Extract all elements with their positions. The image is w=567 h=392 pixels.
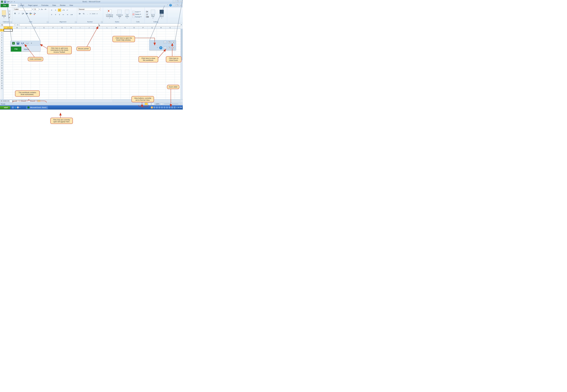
align-center-icon[interactable]: ≡	[54, 13, 57, 16]
row-header[interactable]: 13	[0, 59, 3, 62]
row-header[interactable]: 19	[0, 74, 3, 77]
taskbar-item-excel[interactable]: Microsoft Excel - Book1	[26, 106, 48, 109]
orientation-icon[interactable]: ⤢▾	[62, 9, 65, 12]
redo-icon[interactable]: ▾	[10, 0, 12, 3]
customize-qat-icon[interactable]: ▾	[13, 0, 15, 3]
middle-align-icon[interactable]: ≡	[54, 9, 57, 12]
format-cells-button[interactable]: Format▾	[132, 16, 141, 18]
tab-page-layout[interactable]: Page Layout	[26, 3, 39, 7]
quick-launch-icon[interactable]	[14, 106, 16, 108]
sheet-nav-next[interactable]: ▶	[5, 100, 7, 102]
column-header[interactable]: I	[76, 27, 85, 29]
column-header[interactable]: H	[67, 27, 76, 29]
select-all-corner[interactable]	[0, 27, 4, 29]
bottom-align-icon[interactable]: ≡	[58, 9, 61, 12]
italic-button[interactable]: I	[17, 12, 20, 15]
decrease-indent-icon[interactable]: ⇤	[62, 13, 65, 16]
tray-icon[interactable]	[164, 106, 165, 108]
quick-launch-chevron-icon[interactable]: »	[19, 106, 20, 108]
row-header[interactable]: 15	[0, 64, 3, 67]
tray-icon[interactable]	[153, 106, 155, 108]
row-header[interactable]: 21	[0, 80, 3, 82]
decrease-decimal-icon[interactable]: .00→.0	[94, 12, 97, 15]
undo-icon[interactable]: ▾	[7, 0, 9, 3]
fx-icon[interactable]: fx	[16, 24, 19, 26]
borders-button[interactable]: ▦▾	[25, 12, 29, 15]
column-header[interactable]: E	[40, 27, 49, 29]
font-dialog-launcher[interactable]: ↘	[47, 21, 48, 23]
tray-icon[interactable]	[158, 106, 160, 108]
column-header[interactable]: P	[139, 27, 148, 29]
workbook-close-button[interactable]: ✕	[179, 4, 182, 6]
start-button[interactable]: start	[0, 106, 10, 109]
column-header[interactable]: O	[130, 27, 139, 29]
row-header[interactable]: 23	[0, 84, 3, 87]
tray-icon[interactable]	[169, 106, 171, 108]
comma-button[interactable]: ,	[86, 12, 89, 15]
format-as-table-button[interactable]: Format as Table▾	[116, 9, 123, 19]
increase-decimal-icon[interactable]: .0→.00	[90, 12, 93, 15]
zoom-slider[interactable]	[164, 104, 178, 104]
row-header[interactable]: 9	[0, 49, 3, 52]
row-header[interactable]: 2	[0, 31, 3, 34]
fill-color-button[interactable]: ◧▾	[29, 12, 32, 15]
expand-formula-bar-icon[interactable]: ▾	[180, 24, 183, 26]
column-header[interactable]: J	[85, 27, 94, 29]
minimize-button[interactable]: —	[173, 0, 176, 2]
font-name-input[interactable]	[14, 8, 32, 11]
workbook-restore-button[interactable]: ❐	[176, 4, 179, 6]
row-header[interactable]: 16	[0, 67, 3, 69]
row-header[interactable]: 7	[0, 44, 3, 47]
vertical-scrollbar[interactable]	[180, 29, 183, 99]
font-color-button[interactable]: A▾	[33, 12, 36, 15]
column-header[interactable]: N	[121, 27, 130, 29]
align-right-icon[interactable]: ≡	[58, 13, 61, 16]
row-header[interactable]: 14	[0, 62, 3, 64]
top-align-icon[interactable]: ≡	[50, 9, 53, 12]
tab-data[interactable]: Data	[50, 3, 58, 7]
zoom-slider-thumb[interactable]	[171, 103, 172, 105]
conditional-formatting-button[interactable]: Conditional Formatting▾	[104, 9, 115, 19]
number-format-select[interactable]: General	[79, 8, 99, 10]
minimize-ribbon-icon[interactable]: ⌃	[167, 4, 168, 6]
increase-font-icon[interactable]: A▲	[41, 8, 44, 11]
help-icon[interactable]: ?	[169, 4, 172, 6]
copy-icon[interactable]: ⧉	[8, 13, 11, 15]
tray-icon[interactable]	[151, 106, 153, 108]
decrease-font-icon[interactable]: A▼	[44, 8, 47, 11]
row-header[interactable]: 17	[0, 69, 3, 72]
column-header[interactable]: G	[58, 27, 67, 29]
font-size-input[interactable]	[34, 8, 39, 11]
column-header[interactable]: D	[31, 27, 40, 29]
column-header[interactable]: R	[157, 27, 166, 29]
row-header[interactable]: 18	[0, 72, 3, 74]
zoom-in-button[interactable]: +	[180, 103, 182, 105]
sheet-nav-prev[interactable]: ◀	[3, 100, 5, 102]
row-header[interactable]: 12	[0, 57, 3, 59]
row-header[interactable]: 8	[0, 47, 3, 49]
row-header[interactable]: 6	[0, 42, 3, 44]
column-header[interactable]: A	[4, 27, 13, 29]
tab-file[interactable]: File	[0, 4, 9, 7]
tab-insert[interactable]: Insert	[18, 3, 26, 7]
name-box[interactable]: A1 ▾	[0, 24, 15, 26]
sheet-nav-first[interactable]: ⏮	[0, 100, 2, 102]
column-header[interactable]: M	[112, 27, 121, 29]
save-icon[interactable]	[4, 0, 6, 3]
clipboard-dialog-launcher[interactable]: ↘	[10, 21, 12, 23]
row-header[interactable]: 1	[0, 29, 3, 31]
column-header[interactable]: C	[22, 27, 31, 29]
cut-icon[interactable]: ✂	[8, 10, 11, 12]
quick-launch-icon[interactable]	[17, 106, 19, 108]
sort-filter-button[interactable]: Sort & Filter▾	[149, 9, 157, 19]
tray-icon[interactable]	[161, 106, 163, 108]
close-button[interactable]: ✕	[180, 0, 182, 2]
row-header[interactable]: 20	[0, 77, 3, 80]
tab-review[interactable]: Review	[58, 3, 67, 7]
alignment-dialog-launcher[interactable]: ↘	[75, 21, 77, 23]
column-header[interactable]: K	[94, 27, 103, 29]
row-header[interactable]: 11	[0, 54, 3, 57]
paste-button[interactable]: Paste ▾	[1, 10, 7, 18]
percent-button[interactable]: %	[82, 12, 85, 15]
cells-area[interactable]	[4, 29, 183, 99]
